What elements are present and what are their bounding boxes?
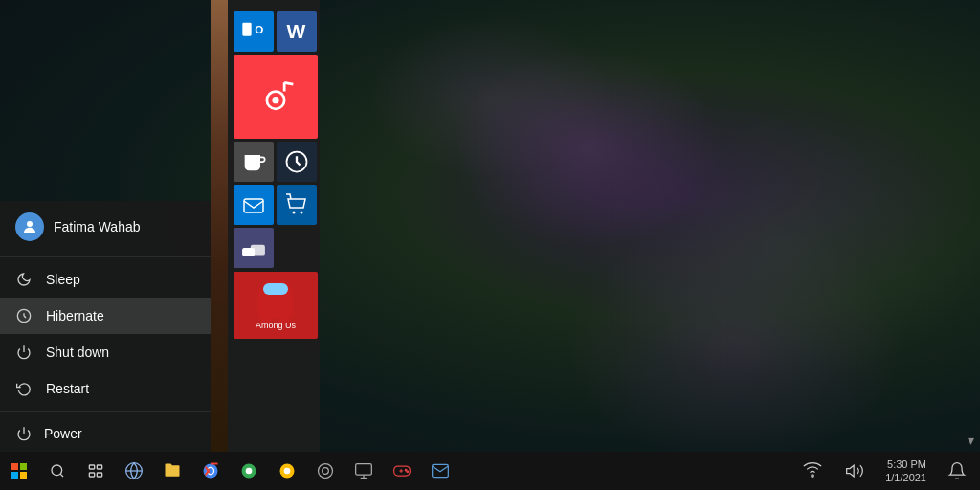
game-icon <box>392 461 412 480</box>
user-avatar <box>15 212 44 241</box>
tile-among-us[interactable]: Among Us <box>234 272 318 339</box>
search-icon <box>50 463 65 479</box>
taskbar-explorer[interactable] <box>153 452 191 490</box>
taskbar-game[interactable] <box>383 452 421 490</box>
svg-rect-44 <box>433 464 449 477</box>
tile-outlook2[interactable] <box>234 185 274 225</box>
taskbar: 5:30 PM 1/1/2021 <box>0 452 980 490</box>
tile-outlook[interactable]: O <box>234 11 274 52</box>
start-left-panel: Fatima Wahab Sleep Hibernate <box>0 201 211 452</box>
tile-msteams[interactable] <box>234 228 274 268</box>
clock-time: 5:30 PM <box>885 457 926 471</box>
taskbar-display[interactable] <box>345 452 383 490</box>
clock-date: 1/1/2021 <box>885 471 926 484</box>
tile-among-us-wrapper: Among Us <box>228 268 320 343</box>
svg-rect-21 <box>89 465 94 469</box>
search-button[interactable] <box>38 452 77 490</box>
tray-network[interactable] <box>793 452 832 490</box>
shutdown-label: Shut down <box>46 345 109 360</box>
svg-point-16 <box>301 212 303 214</box>
svg-rect-23 <box>89 473 94 477</box>
start-button[interactable] <box>0 452 38 490</box>
logo-quad-4 <box>20 472 27 479</box>
tile-itunes[interactable] <box>234 55 318 139</box>
svg-line-20 <box>60 474 63 477</box>
svg-point-43 <box>407 471 409 473</box>
network-icon <box>803 461 822 480</box>
tray-notifications[interactable] <box>938 452 976 490</box>
display-icon <box>354 461 373 480</box>
svg-rect-14 <box>244 199 263 212</box>
menu-item-shutdown[interactable]: Shut down <box>0 334 211 370</box>
tile-grid: O W <box>228 11 320 268</box>
svg-point-45 <box>812 475 814 478</box>
menu-item-hibernate[interactable]: Hibernate <box>0 298 211 334</box>
logo-quad-2 <box>20 463 27 470</box>
taskbar-globe[interactable] <box>115 452 153 490</box>
scroll-down-arrow[interactable]: ▾ <box>968 433 974 448</box>
tile-word[interactable]: W <box>277 11 317 52</box>
logo-quad-3 <box>11 472 18 479</box>
shutdown-icon <box>15 344 33 361</box>
system-tray: 5:30 PM 1/1/2021 <box>793 452 980 490</box>
menu-item-restart[interactable]: Restart <box>0 370 211 407</box>
tile-steam[interactable] <box>277 142 317 182</box>
taskbar-chrome3[interactable] <box>268 452 306 490</box>
svg-point-0 <box>27 221 33 227</box>
explorer-icon <box>163 461 182 480</box>
svg-point-19 <box>52 465 62 476</box>
svg-rect-6 <box>242 23 251 36</box>
photo-strip <box>211 0 228 452</box>
svg-point-35 <box>323 468 329 475</box>
svg-rect-24 <box>97 473 101 477</box>
globe-icon <box>124 461 144 480</box>
sleep-label: Sleep <box>46 272 80 287</box>
svg-point-10 <box>272 97 278 103</box>
svg-line-3 <box>24 316 26 318</box>
restart-label: Restart <box>46 381 89 396</box>
svg-rect-22 <box>97 465 101 469</box>
tiles-panel: O W <box>228 0 320 452</box>
taskbar-chrome1[interactable] <box>191 452 230 490</box>
chrome2-icon <box>239 461 258 480</box>
logo-quad-1 <box>11 463 18 470</box>
divider-1 <box>0 256 211 257</box>
windows-logo <box>11 463 27 479</box>
chrome1-icon <box>201 461 220 480</box>
power-label: Power <box>44 426 82 441</box>
taskbar-icons <box>115 452 793 490</box>
menu-item-sleep[interactable]: Sleep <box>0 261 211 298</box>
taskbar-chrome2[interactable] <box>230 452 268 490</box>
system-clock[interactable]: 5:30 PM 1/1/2021 <box>878 457 934 485</box>
taskbar-disk[interactable] <box>306 452 345 490</box>
disk-icon <box>316 461 335 480</box>
svg-point-33 <box>284 468 291 475</box>
tiles-section-title <box>228 0 320 11</box>
chrome3-icon <box>278 461 297 480</box>
tile-store[interactable] <box>277 185 317 225</box>
email-icon <box>431 461 450 480</box>
svg-text:O: O <box>255 23 263 35</box>
taskbar-email[interactable] <box>421 452 459 490</box>
svg-line-12 <box>284 82 293 84</box>
taskview-button[interactable] <box>77 452 115 490</box>
svg-point-15 <box>293 212 296 214</box>
notification-icon <box>947 461 967 480</box>
power-button[interactable]: Power <box>0 415 211 452</box>
taskview-icon <box>88 463 103 479</box>
svg-rect-18 <box>242 248 255 256</box>
restart-icon <box>15 380 33 397</box>
volume-icon <box>845 461 864 480</box>
svg-point-34 <box>319 464 333 479</box>
user-name: Fatima Wahab <box>54 219 141 234</box>
svg-marker-46 <box>847 465 855 477</box>
hibernate-icon <box>15 307 33 324</box>
user-profile-row[interactable]: Fatima Wahab <box>0 201 211 253</box>
svg-text:W: W <box>287 20 306 42</box>
divider-2 <box>0 411 211 412</box>
tray-volume[interactable] <box>835 452 874 490</box>
tile-teacup[interactable] <box>234 142 274 182</box>
svg-point-31 <box>246 468 253 475</box>
hibernate-label: Hibernate <box>46 308 104 323</box>
svg-rect-36 <box>356 464 372 476</box>
